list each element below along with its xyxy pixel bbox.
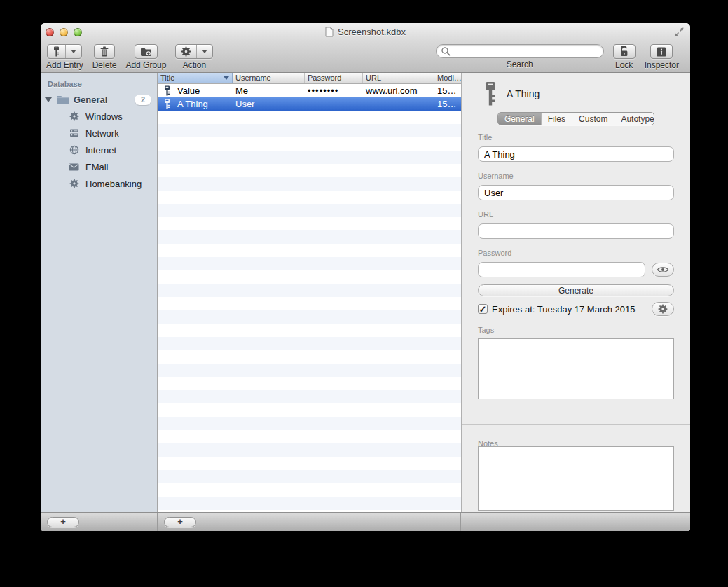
gear-icon (69, 111, 79, 122)
column-header-title[interactable]: Title (158, 73, 233, 83)
username-field[interactable] (478, 185, 674, 200)
sidebar-item-label: EMail (85, 162, 109, 172)
eye-icon (657, 265, 669, 274)
table-row[interactable]: Value Me •••••••• www.url.com 15… (158, 84, 461, 97)
username-field-label: Username (478, 172, 674, 180)
add-group-label: Add Group (125, 60, 166, 70)
sidebar-item-internet[interactable]: Internet (41, 141, 157, 158)
search-label: Search (507, 60, 533, 69)
gear-icon (176, 45, 196, 58)
column-header-modified[interactable]: Modi… (434, 73, 461, 83)
sidebar-group-label: General (74, 95, 107, 105)
table-row-selected[interactable]: A Thing User 15… (158, 97, 461, 111)
generate-button[interactable]: Generate (478, 284, 674, 296)
entry-password: •••••••• (305, 85, 363, 96)
column-header-password[interactable]: Password (305, 73, 363, 83)
server-icon (69, 128, 79, 139)
gear-icon (69, 179, 79, 189)
titlebar: Screenshot.kdbx (41, 23, 690, 41)
disclosure-triangle-icon[interactable] (45, 97, 52, 102)
inspector-tabs: General Files Custom Autotype (497, 112, 654, 125)
sidebar-header: Database (41, 78, 157, 91)
entry-username: Me (233, 85, 305, 96)
tab-custom[interactable]: Custom (572, 113, 614, 125)
envelope-icon (69, 162, 79, 172)
entry-count-badge: 2 (135, 95, 151, 105)
gear-icon (658, 304, 668, 314)
password-field[interactable] (478, 262, 645, 277)
folder-icon (56, 95, 69, 104)
notes-field[interactable] (478, 446, 674, 511)
lock-button[interactable] (613, 44, 636, 59)
tab-general[interactable]: General (498, 113, 542, 125)
trash-icon (95, 45, 114, 58)
sidebar-item-network[interactable]: Network (41, 125, 157, 141)
chevron-down-icon (71, 50, 76, 53)
sidebar-group-general[interactable]: General 2 (41, 91, 157, 108)
add-entry-plus-button[interactable]: + (164, 517, 196, 527)
action-button[interactable] (175, 44, 213, 59)
entry-title: Value (177, 85, 200, 96)
tags-field-label: Tags (478, 326, 674, 334)
sidebar-item-label: Internet (85, 145, 116, 156)
url-field-label: URL (478, 210, 674, 219)
sort-indicator-icon (224, 76, 229, 80)
tab-files[interactable]: Files (542, 113, 572, 125)
delete-button[interactable] (94, 44, 115, 59)
add-group-plus-button[interactable]: + (47, 517, 79, 527)
expires-checkbox[interactable]: ✓ (478, 304, 488, 314)
title-field-label: Title (478, 133, 674, 141)
folder-plus-icon (135, 45, 157, 58)
fullscreen-icon[interactable] (674, 27, 685, 37)
entry-url: www.url.com (363, 85, 434, 96)
info-icon (651, 45, 672, 58)
key-icon (163, 85, 171, 96)
expires-label: Expires at: Tuesday 17 March 2015 (492, 304, 636, 315)
app-window: Screenshot.kdbx Add Entry (41, 23, 690, 531)
delete-label: Delete (92, 60, 117, 70)
inspector-button[interactable] (650, 44, 673, 59)
divider (462, 424, 690, 425)
password-field-label: Password (478, 249, 674, 257)
check-icon: ✓ (479, 305, 487, 314)
inspector-panel: A Thing General Files Custom Autotype Ti… (461, 73, 690, 512)
expires-settings-button[interactable] (652, 302, 674, 316)
table-header: Title Username Password URL Modi… (158, 73, 461, 84)
key-icon (163, 99, 171, 109)
action-label: Action (183, 60, 206, 70)
tags-field[interactable] (478, 338, 674, 399)
entry-title: A Thing (177, 99, 208, 109)
search-field[interactable] (436, 44, 604, 58)
search-icon (441, 46, 451, 56)
column-header-username[interactable]: Username (233, 73, 305, 83)
entry-modified: 15… (434, 99, 461, 109)
sidebar-item-label: Homebanking (85, 179, 142, 189)
sidebar-item-label: Windows (85, 111, 123, 122)
lock-label: Lock (615, 60, 633, 70)
globe-icon (69, 145, 79, 156)
title-field[interactable] (478, 146, 674, 162)
entry-username: User (233, 99, 305, 109)
action-dropdown[interactable] (196, 45, 212, 58)
add-entry-dropdown[interactable] (65, 45, 81, 58)
column-header-url[interactable]: URL (363, 73, 434, 83)
key-icon (48, 45, 65, 58)
add-entry-label: Add Entry (46, 60, 83, 70)
empty-rows-area (158, 111, 461, 512)
bottom-bar: + + (41, 512, 690, 531)
sidebar-item-windows[interactable]: Windows (41, 108, 157, 125)
inspector-entry-title: A Thing (507, 88, 540, 99)
toolbar: Add Entry Delete Add Group (41, 41, 690, 73)
tab-autotype[interactable]: Autotype (614, 113, 654, 125)
add-group-button[interactable] (135, 44, 158, 59)
url-field[interactable] (478, 223, 674, 239)
lock-open-icon (614, 45, 635, 58)
reveal-password-button[interactable] (652, 263, 674, 277)
sidebar-item-email[interactable]: EMail (41, 158, 157, 175)
document-icon (325, 27, 334, 37)
search-input[interactable] (451, 46, 599, 56)
sidebar-item-homebanking[interactable]: Homebanking (41, 175, 157, 192)
entry-table: Title Username Password URL Modi… Value … (158, 73, 461, 512)
add-entry-button[interactable] (47, 44, 82, 59)
key-icon (483, 81, 497, 106)
